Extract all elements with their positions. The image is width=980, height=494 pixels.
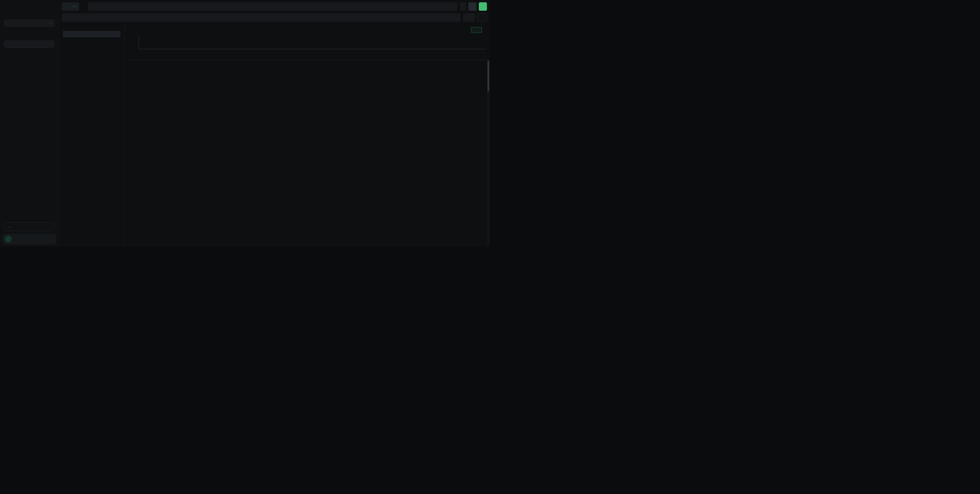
no-saved-searches-note [3, 28, 56, 32]
sidebar-item-team-settings[interactable] [3, 63, 56, 71]
shortcut-badge [49, 44, 52, 44]
filters-panel [59, 24, 125, 247]
search-icon [6, 42, 10, 46]
play-icon [480, 16, 484, 19]
gear-icon [5, 65, 8, 69]
no-saved-dashboards-note [3, 49, 56, 53]
results-table-header-row [129, 52, 490, 60]
event-search-input[interactable] [62, 13, 461, 22]
download-icon[interactable] [481, 54, 485, 58]
resume-live-tail-button[interactable] [471, 27, 482, 33]
traces-source-icon [65, 5, 68, 8]
events-histogram [129, 35, 490, 49]
user-menu[interactable] [3, 234, 56, 245]
top-toolbar [59, 0, 490, 12]
progress-badge [8, 227, 12, 227]
bolt-icon [474, 29, 477, 32]
histogram-y-axis [129, 35, 138, 49]
vertical-scrollbar[interactable] [487, 60, 490, 245]
search-toolbar [59, 12, 490, 24]
calendar-icon [466, 16, 469, 19]
plus-icon [5, 35, 8, 38]
sql-query-input[interactable] [88, 2, 458, 11]
results-toolbar [129, 25, 490, 35]
source-settings-gear-icon[interactable] [81, 4, 86, 9]
table-body [129, 60, 490, 247]
left-sidebar [0, 0, 59, 247]
view-sql-icon[interactable] [466, 54, 470, 58]
collapse-sidebar-icon[interactable] [50, 4, 54, 8]
get-started-header[interactable] [6, 225, 52, 228]
sidebar-item-search[interactable] [3, 11, 56, 19]
schema-badge[interactable] [72, 6, 76, 7]
results-area [125, 24, 490, 247]
table-tools [466, 54, 490, 58]
get-started-card [3, 222, 55, 231]
chevron-right-icon [51, 238, 54, 241]
row-density-icon[interactable] [474, 54, 477, 58]
app-root [0, 0, 490, 247]
time-range-picker[interactable] [463, 13, 475, 22]
alerts-button[interactable] [479, 2, 487, 11]
chevron-up-icon [51, 14, 54, 17]
presets-header[interactable] [3, 53, 56, 60]
search-nav-icon [5, 13, 8, 17]
search-icon [6, 21, 10, 25]
create-dashboard-button[interactable] [3, 32, 56, 40]
hyperdx-logo-icon [5, 3, 9, 8]
chevron-up-icon [49, 225, 52, 228]
chevron-down-icon [91, 33, 94, 35]
chevron-down-icon [5, 56, 8, 59]
source-selector[interactable] [62, 2, 79, 11]
histogram-x-axis [129, 49, 490, 52]
avatar [5, 236, 11, 242]
more-filters-button[interactable] [63, 31, 121, 37]
shortcut-badge [49, 23, 52, 24]
brand [3, 3, 56, 11]
histogram-plot [138, 35, 487, 49]
save-button[interactable] [468, 2, 476, 11]
run-query-button[interactable] [477, 13, 487, 22]
saved-dashboards-input[interactable] [4, 41, 54, 48]
scrollbar-thumb[interactable] [487, 61, 489, 91]
saved-searches-input[interactable] [4, 20, 54, 27]
order-by-input[interactable] [460, 2, 466, 11]
